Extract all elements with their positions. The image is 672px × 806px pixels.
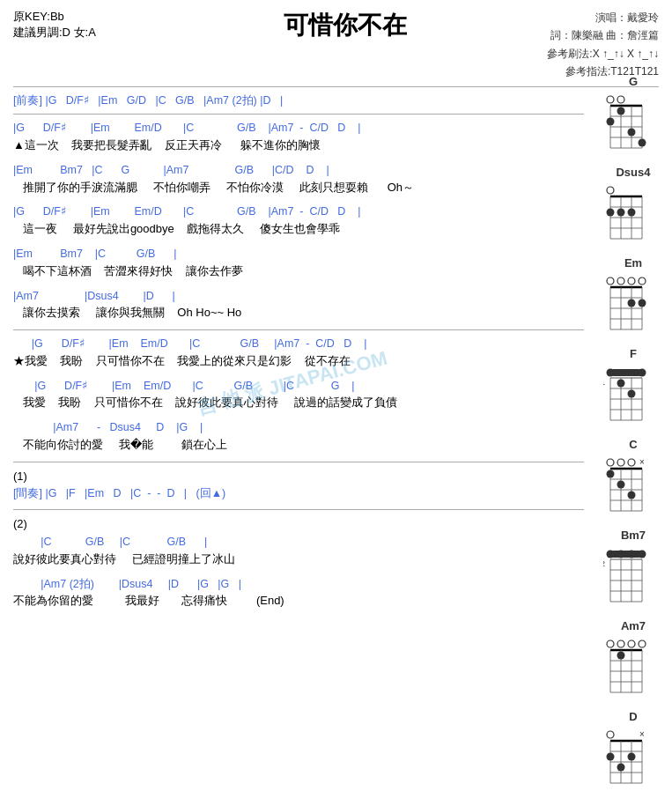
verse3-label: (2)	[13, 515, 584, 534]
lyric-verse3b: 不能為你留的愛 我最好 忘得痛快 (End)	[13, 592, 584, 610]
svg-point-56	[628, 390, 636, 398]
section-chorus1: |G D/F♯ |Em Em/D |C G/B |Am7 - C/D D | ★…	[13, 336, 584, 371]
divider-3	[13, 462, 584, 462]
chord-diagram-label: Dsus4	[603, 166, 663, 179]
lyric-verse2: 這一夜 最好先說出goodbye 戲拖得太久 傻女生也會學乖	[13, 220, 584, 239]
svg-point-68	[617, 459, 624, 466]
svg-point-86	[617, 551, 625, 558]
chord-diagram-bm7: Bm72	[603, 529, 663, 612]
svg-rect-84	[610, 551, 642, 558]
lyric-chorus1: ★我愛 我盼 只可惜你不在 我愛上的從來只是幻影 從不存在	[13, 352, 584, 371]
lyric-chorus1c: 不能向你討的愛 我�能 鎖在心上	[13, 436, 584, 455]
chord-diagram-f: F1	[603, 347, 663, 431]
svg-point-71	[607, 470, 615, 478]
lyric-chorus1b: 我愛 我盼 只可惜你不在 說好彼此要真心對待 說過的話變成了負債	[13, 394, 584, 412]
svg-text:×: ×	[639, 729, 645, 739]
chord-diagram-label: Em	[603, 256, 663, 270]
chord-diagram-dsus4: Dsus4	[603, 166, 663, 249]
svg-point-116	[628, 753, 636, 761]
svg-point-25	[607, 209, 615, 217]
section-verse1b: |Em Bm7 |C G |Am7 G/B |C/D D | 推開了你的手淚流滿…	[13, 162, 584, 197]
chord-diagram-d: D×	[603, 710, 663, 794]
svg-point-10	[617, 96, 624, 103]
svg-text:2: 2	[603, 559, 605, 568]
info-block: 演唱：戴愛玲 詞：陳樂融 曲：詹涇篇 參考刷法:X ↑_↑↓ X ↑_↑↓ 參考…	[483, 9, 659, 81]
lyric-verse2c: 讓你去摸索 讓你與我無關 Oh Ho~~ Ho	[13, 304, 584, 322]
lyric-verse2b: 喝不下這杯酒 苦澀來得好快 讓你去作夢	[13, 263, 584, 281]
divider-4	[13, 509, 584, 510]
svg-point-54	[607, 369, 615, 377]
chord-diagram-am7: Am7	[603, 619, 663, 703]
chord-verse2c: |Am7 |Dsus4 |D |	[13, 288, 584, 305]
chord-interlude: [間奏] |G |F |Em D |C - - D | (回▲)	[13, 485, 584, 502]
section-verse2: |G D/F♯ |Em Em/D |C G/B |Am7 - C/D D | 這…	[13, 203, 584, 239]
chord-verse3: |C G/B |C G/B |	[13, 534, 584, 551]
svg-point-26	[617, 209, 625, 217]
svg-point-37	[607, 277, 614, 285]
chord-diagram-label: C	[603, 438, 663, 451]
top-divider	[13, 86, 659, 87]
section-verse2c: |Am7 |Dsus4 |D | 讓你去摸索 讓你與我無關 Oh Ho~~ Ho	[13, 288, 584, 323]
svg-rect-53	[610, 369, 642, 376]
svg-point-41	[628, 299, 636, 307]
section-verse3b: |Am7 (2拍) |Dsus4 |D |G |G | 不能為你留的愛 我最好 …	[13, 576, 584, 611]
original-key: 原KEY:Bb	[13, 9, 207, 25]
svg-point-11	[607, 118, 615, 126]
svg-point-101	[639, 640, 646, 647]
svg-point-57	[639, 369, 646, 377]
svg-point-42	[639, 299, 646, 307]
chord-diagram-g: G	[603, 75, 663, 159]
section-verse3: (2) |C G/B |C G/B | 說好彼此要真心對待 已經證明撞上了冰山	[13, 515, 584, 568]
chord-chorus1c: |Am7 - Dsus4 D |G |	[13, 419, 584, 436]
chord-chorus1b: |G D/F♯ |Em Em/D |C G/B |C G |	[13, 378, 584, 395]
key-block: 原KEY:Bb 建議男調:D 女:A	[13, 9, 207, 41]
main-container: 原KEY:Bb 建議男調:D 女:A 可惜你不在 演唱：戴愛玲 詞：陳樂融 曲：…	[0, 0, 672, 626]
svg-point-85	[607, 551, 615, 558]
chord-verse2b: |Em Bm7 |C G/B |	[13, 246, 584, 263]
chord-diagram-c: C×	[603, 438, 663, 521]
ref-strumming: 參考刷法:X ↑_↑↓ X ↑_↑↓	[483, 45, 659, 63]
svg-point-38	[617, 277, 624, 285]
svg-point-102	[617, 652, 625, 660]
svg-point-99	[617, 640, 624, 647]
divider-1	[13, 114, 584, 115]
svg-point-114	[607, 753, 615, 761]
svg-point-13	[628, 129, 636, 137]
svg-point-9	[607, 96, 614, 103]
svg-point-69	[628, 459, 635, 466]
chord-diagram-label: F	[603, 347, 663, 360]
svg-point-27	[628, 209, 636, 217]
divider-2	[13, 329, 584, 330]
svg-point-73	[628, 492, 636, 499]
suggested-key: 建議男調:D 女:A	[13, 25, 207, 41]
lyric-verse1: ▲這一次 我要把長髮弄亂 反正天再冷 躲不進你的胸懷	[13, 137, 584, 155]
chord-diagram-label: Bm7	[603, 529, 663, 542]
svg-point-40	[639, 277, 646, 285]
svg-point-67	[607, 459, 614, 466]
interlude-label: (1)	[13, 468, 584, 486]
lyric-verse1b: 推開了你的手淚流滿腮 不怕你嘲弄 不怕你冷漠 此刻只想耍賴 Oh～	[13, 179, 584, 197]
svg-point-98	[607, 640, 614, 647]
svg-point-115	[617, 764, 625, 772]
chord-diagrams-panel: GDsus4EmF1C×Bm72Am7D×	[603, 75, 663, 794]
singer-label: 演唱：戴愛玲	[483, 9, 659, 26]
chord-verse1b: |Em Bm7 |C G |Am7 G/B |C/D D |	[13, 162, 584, 179]
svg-point-112	[607, 731, 614, 738]
song-title: 可惜你不在	[207, 9, 483, 42]
chord-chorus1: |G D/F♯ |Em Em/D |C G/B |Am7 - C/D D |	[13, 336, 584, 352]
svg-point-12	[617, 107, 625, 115]
section-chorus1c: |Am7 - Dsus4 D |G | 不能向你討的愛 我�能 鎖在心上	[13, 419, 584, 455]
song-content: [前奏] |G D/F♯ |Em G/D |C G/B |Am7 (2拍) |D…	[13, 92, 584, 611]
section-verse2b: |Em Bm7 |C G/B | 喝不下這杯酒 苦澀來得好快 讓你去作夢	[13, 246, 584, 281]
svg-text:×: ×	[639, 457, 645, 467]
chord-diagram-em: Em	[603, 256, 663, 340]
chord-diagram-label: D	[603, 710, 663, 723]
section-interlude: (1) [間奏] |G |F |Em D |C - - D | (回▲)	[13, 468, 584, 503]
chord-verse2: |G D/F♯ |Em Em/D |C G/B |Am7 - C/D D |	[13, 203, 584, 220]
lyricist-label: 詞：陳樂融 曲：詹涇篇	[483, 26, 659, 44]
svg-point-14	[639, 139, 646, 147]
svg-point-55	[617, 380, 625, 388]
title-block: 可惜你不在	[207, 9, 483, 42]
svg-point-39	[628, 277, 635, 285]
header-row: 原KEY:Bb 建議男調:D 女:A 可惜你不在 演唱：戴愛玲 詞：陳樂融 曲：…	[13, 9, 659, 81]
